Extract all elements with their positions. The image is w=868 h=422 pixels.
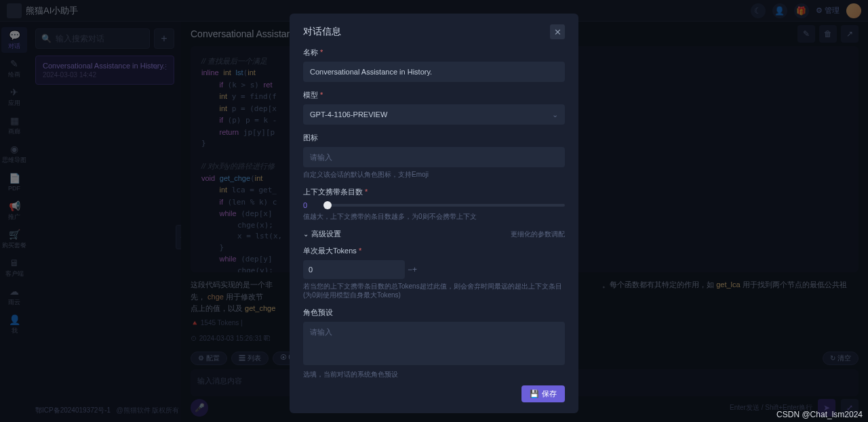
role-textarea[interactable]	[303, 322, 565, 365]
model-select[interactable]: GPT-4-1106-PREVIEW	[303, 104, 565, 125]
icon-input[interactable]	[303, 147, 565, 167]
dialog-info-modal: 对话信息 ✕ 名称 * 模型 * GPT-4-1106-PREVIEW 图标 自…	[290, 14, 578, 413]
minus-button[interactable]: −	[408, 265, 412, 274]
model-label: 模型 *	[303, 90, 565, 100]
maxtokens-input[interactable]: − +	[303, 260, 405, 279]
advanced-toggle[interactable]: ⌄ 高级设置 更细化的参数调配	[303, 229, 565, 239]
role-label: 角色预设	[303, 308, 565, 318]
name-label: 名称 *	[303, 47, 565, 58]
icon-help: 自定义该会话的默认角色图标，支持Emoji	[303, 170, 565, 179]
context-value: 0	[303, 201, 317, 209]
save-button[interactable]: 💾 保存	[521, 385, 565, 402]
role-help: 选填，当前对话的系统角色预设	[303, 370, 565, 379]
chevron-down-icon: ⌄	[303, 230, 309, 238]
slider-thumb[interactable]	[323, 201, 332, 209]
icon-label: 图标	[303, 133, 565, 143]
plus-button[interactable]: +	[412, 265, 417, 274]
context-label: 上下文携带条目数 *	[303, 187, 565, 197]
maxtokens-help: 若当您的上下文携带条目数的总Tokens超过此值，则会舍弃时间最远的超出上下文条…	[303, 282, 565, 299]
watermark: CSDN @Chat_lsm2024	[776, 410, 863, 419]
context-slider[interactable]	[323, 204, 565, 207]
close-button[interactable]: ✕	[550, 24, 565, 39]
context-help: 值越大，上下文携带的条目数越多，为0则不会携带上下文	[303, 212, 565, 221]
modal-title: 对话信息	[303, 26, 341, 38]
maxtokens-label: 单次最大Tokens *	[303, 246, 565, 256]
name-input[interactable]	[303, 62, 565, 82]
